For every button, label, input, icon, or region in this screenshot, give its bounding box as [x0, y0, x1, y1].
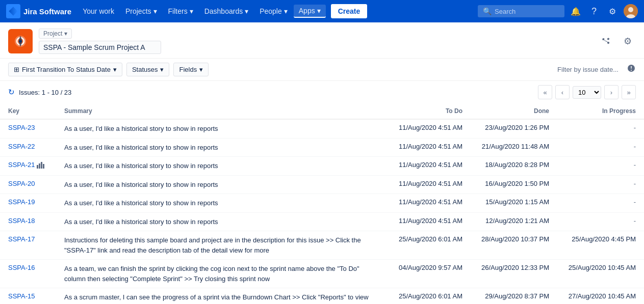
in-progress-date-cell: 27/Aug/2020 10:45 AM [557, 288, 644, 305]
summary-cell: As a user, I'd like a historical story t… [56, 175, 384, 194]
issue-key-link[interactable]: SSPA-19 [8, 198, 35, 206]
in-progress-date-cell: - [557, 212, 644, 231]
nav-projects[interactable]: Projects ▾ [120, 5, 162, 17]
issue-key-link[interactable]: SSPA-16 [8, 264, 35, 271]
col-header-in-progress: In Progress [557, 103, 644, 119]
done-date-cell: 26/Aug/2020 12:33 PM [471, 260, 557, 288]
grid-icon: ⊞ [14, 66, 19, 73]
table-row: SSPA-22As a user, I'd like a historical … [0, 138, 644, 157]
issue-key-link[interactable]: SSPA-20 [8, 180, 35, 187]
key-cell: SSPA-17 [0, 231, 56, 260]
fields-chevron-icon: ▾ [199, 66, 203, 73]
settings-button[interactable]: ⚙ [605, 4, 620, 18]
project-icon [8, 29, 33, 53]
statuses-filter-button[interactable]: Statuses ▾ [126, 63, 170, 76]
table-row: SSPA-17Instructions for deleting this sa… [0, 231, 644, 260]
last-page-button[interactable]: » [622, 85, 636, 99]
project-selector[interactable]: SSPA - Sample Scrum Project A [39, 41, 161, 54]
nav-your-work[interactable]: Your work [78, 5, 119, 17]
nav-dashboards[interactable]: Dashboards ▾ [199, 5, 254, 17]
key-cell: SSPA-22 [0, 138, 56, 157]
svg-point-2 [628, 7, 633, 12]
done-date-cell: 23/Aug/2020 1:26 PM [471, 119, 557, 138]
statuses-label: Statuses [132, 66, 158, 73]
done-date-cell: 12/Aug/2020 1:21 AM [471, 212, 557, 231]
logo-text: Jira Software [23, 7, 71, 16]
search-icon: 🔍 [483, 7, 492, 15]
project-info: Project ▾ SSPA - Sample Scrum Project A [39, 29, 161, 54]
search-placeholder: Search [495, 8, 516, 15]
nav-people[interactable]: People ▾ [254, 5, 293, 17]
page-size-select[interactable]: 10 5 20 50 100 [573, 86, 601, 99]
in-progress-date-cell: - [557, 138, 644, 157]
alert-button[interactable] [627, 64, 636, 75]
todo-date-cell: 11/Aug/2020 4:51 AM [384, 138, 471, 157]
gear-icon: ⚙ [609, 7, 616, 16]
summary-cell: As a user, I'd like a historical story t… [56, 119, 384, 138]
nav-filters[interactable]: Filters ▾ [163, 5, 198, 17]
filters-chevron-icon: ▾ [190, 7, 193, 15]
share-button[interactable] [597, 33, 613, 49]
next-page-button[interactable]: › [604, 85, 619, 99]
logo[interactable]: Jira Software [6, 4, 71, 18]
in-progress-date-cell: - [557, 194, 644, 213]
date-filter-button[interactable]: ⊞ First Transition To Status Date ▾ [8, 63, 122, 76]
issue-key-link[interactable]: SSPA-18 [8, 217, 35, 225]
summary-cell: As a user, I'd like a historical story t… [56, 138, 384, 157]
subheader-settings-button[interactable]: ⚙ [620, 33, 636, 49]
key-cell: SSPA-16 [0, 260, 56, 288]
create-button[interactable]: Create [331, 4, 368, 18]
pagination: « ‹ 10 5 20 50 100 › » [538, 85, 636, 99]
in-progress-date-cell: 25/Aug/2020 10:45 AM [557, 260, 644, 288]
project-select-row: Project ▾ [39, 29, 161, 39]
refresh-icon[interactable]: ↻ [8, 88, 15, 97]
people-chevron-icon: ▾ [284, 7, 288, 15]
nav-apps[interactable]: Apps ▾ [294, 5, 326, 18]
key-cell: SSPA-18 [0, 212, 56, 231]
issue-key-link[interactable]: SSPA-23 [8, 124, 35, 131]
avatar[interactable] [624, 4, 638, 18]
summary-cell: As a user, I'd like a historical story t… [56, 212, 384, 231]
search-box[interactable]: 🔍 Search [478, 5, 564, 17]
issue-key-link[interactable]: SSPA-22 [8, 143, 35, 150]
issue-key-link[interactable]: SSPA-17 [8, 235, 35, 243]
todo-date-cell: 11/Aug/2020 4:51 AM [384, 194, 471, 213]
in-progress-date-cell: - [557, 175, 644, 194]
table-row: SSPA-15As a scrum master, I can see the … [0, 288, 644, 305]
table-row: SSPA-18As a user, I'd like a historical … [0, 212, 644, 231]
date-filter-chevron-icon: ▾ [113, 66, 117, 73]
apps-chevron-icon: ▾ [317, 7, 321, 15]
bell-icon: 🔔 [571, 7, 581, 16]
first-page-button[interactable]: « [538, 85, 552, 99]
svg-rect-8 [39, 163, 40, 169]
issues-count: Issues: 1 - 10 / 23 [19, 89, 71, 96]
fields-filter-button[interactable]: Fields ▾ [173, 63, 209, 76]
issue-key-link[interactable]: SSPA-15 [8, 292, 35, 300]
fields-label: Fields [179, 66, 197, 73]
svg-rect-10 [43, 164, 44, 169]
settings-cog-icon: ⚙ [624, 36, 632, 47]
project-dropdown[interactable]: Project ▾ [39, 29, 72, 39]
prev-page-button[interactable]: ‹ [555, 85, 570, 99]
col-header-key: Key [0, 103, 56, 119]
todo-date-cell: 25/Aug/2020 6:01 AM [384, 231, 471, 260]
col-header-done: Done [471, 103, 557, 119]
table-row: SSPA-19As a user, I'd like a historical … [0, 194, 644, 213]
key-cell: SSPA-15 [0, 288, 56, 305]
issue-key-link[interactable]: SSPA-21 [8, 161, 35, 169]
in-progress-date-cell: 25/Aug/2020 4:45 PM [557, 231, 644, 260]
summary-cell: Instructions for deleting this sample bo… [56, 231, 384, 260]
subheader-right: ⚙ [597, 33, 636, 49]
summary-cell: As a user, I'd like a historical story t… [56, 157, 384, 176]
done-date-cell: 28/Aug/2020 10:37 PM [471, 231, 557, 260]
done-date-cell: 15/Aug/2020 1:15 AM [471, 194, 557, 213]
todo-date-cell: 11/Aug/2020 4:51 AM [384, 157, 471, 176]
key-cell: SSPA-21 [0, 157, 56, 176]
notifications-button[interactable]: 🔔 [569, 4, 583, 18]
top-navigation: Jira Software Your work Projects ▾ Filte… [0, 0, 644, 22]
key-cell: SSPA-20 [0, 175, 56, 194]
col-header-summary: Summary [56, 103, 384, 119]
todo-date-cell: 04/Aug/2020 9:57 AM [384, 260, 471, 288]
help-button[interactable]: ? [587, 4, 601, 18]
filter-by-date-text[interactable]: Filter by issue date... [557, 66, 619, 73]
